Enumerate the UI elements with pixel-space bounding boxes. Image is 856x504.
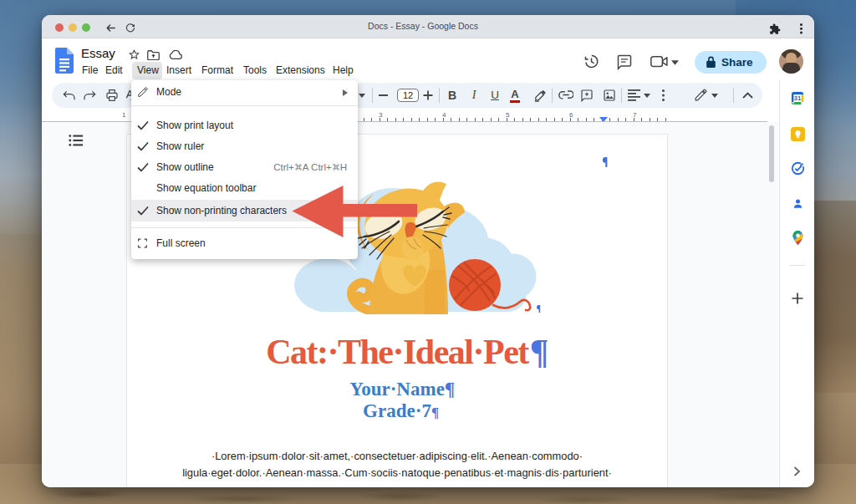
svg-text:31: 31 <box>794 94 801 102</box>
